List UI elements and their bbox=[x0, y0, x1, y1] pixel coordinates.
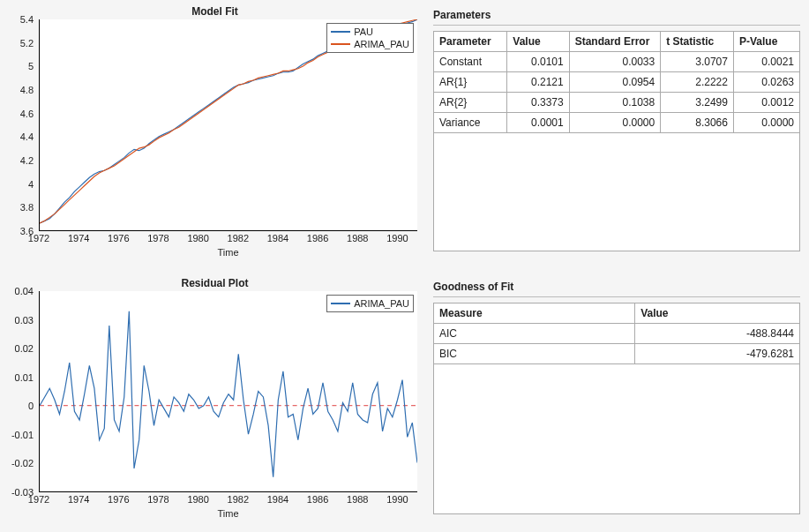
legend-line-icon bbox=[331, 43, 350, 45]
table-row[interactable]: Variance0.00010.00008.30660.0000 bbox=[434, 113, 799, 133]
x-tick-label: 1972 bbox=[28, 494, 49, 505]
model-fit-title: Model Fit bbox=[5, 5, 424, 18]
cell-param: Constant bbox=[434, 52, 507, 72]
x-tick-label: 1986 bbox=[307, 494, 328, 505]
model-fit-plot[interactable]: PAU ARIMA_PAU bbox=[39, 19, 417, 231]
x-tick-label: 1978 bbox=[147, 233, 169, 244]
table-row[interactable]: AR{2}0.33730.10383.24990.0012 bbox=[434, 93, 799, 113]
divider bbox=[433, 296, 800, 297]
parameters-table: Parameter Value Standard Error t Statist… bbox=[434, 32, 799, 133]
y-tick-label: -0.01 bbox=[4, 430, 34, 440]
cell-stderr: 0.0033 bbox=[569, 52, 661, 72]
x-tick-label: 1972 bbox=[28, 233, 49, 244]
cell-param: AR{2} bbox=[434, 93, 507, 113]
cell-tstat: 3.2499 bbox=[661, 93, 734, 113]
goodness-title: Goodness of Fit bbox=[433, 281, 800, 293]
cell-value: 0.2121 bbox=[507, 72, 569, 93]
parameters-panel: Parameters Parameter Value Standard Erro… bbox=[431, 5, 802, 270]
x-axis-ticks: 1972197419761978198019821984198619881990 bbox=[39, 494, 417, 506]
goodness-table-container[interactable]: Measure Value AIC-488.8444BIC-479.6281 bbox=[433, 303, 800, 514]
legend-label: PAU bbox=[354, 26, 373, 38]
y-tick-label: 4.8 bbox=[4, 85, 34, 95]
cell-stderr: 0.1038 bbox=[569, 93, 661, 113]
cell-value: 0.0001 bbox=[507, 113, 569, 133]
goodness-panel: Goodness of Fit Measure Value AIC-488.84… bbox=[431, 277, 802, 527]
parameters-table-container[interactable]: Parameter Value Standard Error t Statist… bbox=[433, 31, 800, 251]
y-tick-label: 0.02 bbox=[4, 343, 34, 354]
y-tick-label: 0.04 bbox=[4, 286, 34, 296]
x-tick-label: 1984 bbox=[267, 233, 288, 244]
cell-pvalue: 0.0263 bbox=[733, 72, 799, 93]
y-axis-ticks: -0.03-0.02-0.0100.010.020.030.04 bbox=[5, 291, 35, 492]
cell-tstat: 3.0707 bbox=[661, 52, 734, 72]
col-header: Standard Error bbox=[569, 32, 661, 52]
x-tick-label: 1980 bbox=[187, 494, 208, 505]
x-tick-label: 1976 bbox=[108, 494, 129, 505]
residual-title: Residual Plot bbox=[5, 277, 424, 289]
y-tick-label: 0 bbox=[4, 401, 34, 411]
cell-measure: AIC bbox=[434, 324, 635, 344]
table-row[interactable]: Constant0.01010.00333.07070.0021 bbox=[434, 52, 799, 72]
residual-plot[interactable]: ARIMA_PAU bbox=[39, 291, 417, 492]
x-tick-label: 1986 bbox=[307, 233, 328, 244]
y-tick-label: -0.02 bbox=[4, 458, 34, 468]
x-tick-label: 1990 bbox=[386, 233, 408, 244]
cell-measure: BIC bbox=[434, 344, 635, 364]
divider bbox=[433, 25, 800, 26]
x-tick-label: 1976 bbox=[108, 233, 129, 244]
residual-panel: Residual Plot ARIMA_PAU -0.03-0.02-0.010… bbox=[5, 277, 424, 527]
x-axis-label: Time bbox=[39, 508, 417, 519]
col-header: Parameter bbox=[434, 32, 507, 52]
legend-label: ARIMA_PAU bbox=[354, 297, 409, 310]
cell-pvalue: 0.0012 bbox=[733, 93, 799, 113]
cell-param: AR{1} bbox=[434, 72, 507, 93]
x-tick-label: 1982 bbox=[228, 494, 249, 505]
app-root: Model Fit PAU ARIMA_PAU 3.63.844.24.44.6… bbox=[0, 0, 809, 532]
cell-tstat: 8.3066 bbox=[661, 113, 734, 133]
col-header: P-Value bbox=[733, 32, 799, 52]
x-tick-label: 1990 bbox=[386, 494, 408, 505]
x-axis-label: Time bbox=[39, 247, 417, 258]
cell-value: -479.6281 bbox=[635, 344, 799, 364]
x-tick-label: 1984 bbox=[267, 494, 288, 505]
table-header-row: Measure Value bbox=[434, 303, 799, 324]
cell-value: 0.3373 bbox=[507, 93, 569, 113]
y-tick-label: 4.4 bbox=[4, 131, 34, 142]
x-tick-label: 1982 bbox=[228, 233, 249, 244]
cell-value: 0.0101 bbox=[507, 52, 569, 72]
x-tick-label: 1988 bbox=[347, 233, 368, 244]
cell-value: -488.8444 bbox=[635, 324, 799, 344]
cell-tstat: 2.2222 bbox=[661, 72, 734, 93]
col-header: Measure bbox=[434, 303, 635, 324]
table-row[interactable]: AR{1}0.21210.09542.22220.0263 bbox=[434, 72, 799, 93]
y-tick-label: 0.01 bbox=[4, 372, 34, 383]
legend-line-icon bbox=[331, 303, 350, 304]
cell-stderr: 0.0954 bbox=[569, 72, 661, 93]
table-row[interactable]: BIC-479.6281 bbox=[434, 344, 799, 364]
y-tick-label: 5.2 bbox=[4, 38, 34, 49]
x-tick-label: 1978 bbox=[147, 494, 169, 505]
model-fit-legend: PAU ARIMA_PAU bbox=[326, 23, 414, 53]
y-tick-label: 3.8 bbox=[4, 202, 34, 213]
parameters-title: Parameters bbox=[433, 9, 800, 21]
legend-label: ARIMA_PAU bbox=[354, 38, 409, 50]
goodness-table: Measure Value AIC-488.8444BIC-479.6281 bbox=[434, 303, 799, 364]
table-header-row: Parameter Value Standard Error t Statist… bbox=[434, 32, 799, 52]
model-fit-panel: Model Fit PAU ARIMA_PAU 3.63.844.24.44.6… bbox=[5, 5, 424, 270]
y-tick-label: 4 bbox=[4, 179, 34, 190]
col-header: Value bbox=[507, 32, 569, 52]
table-row[interactable]: AIC-488.8444 bbox=[434, 324, 799, 344]
col-header: Value bbox=[635, 303, 799, 324]
y-tick-label: 5.4 bbox=[4, 14, 34, 25]
x-tick-label: 1988 bbox=[347, 494, 368, 505]
cell-pvalue: 0.0021 bbox=[733, 52, 799, 72]
legend-line-icon bbox=[331, 31, 350, 33]
y-axis-ticks: 3.63.844.24.44.64.855.25.4 bbox=[5, 19, 35, 231]
residual-legend: ARIMA_PAU bbox=[326, 295, 414, 312]
x-tick-label: 1974 bbox=[68, 233, 89, 244]
col-header: t Statistic bbox=[661, 32, 734, 52]
y-tick-label: 4.2 bbox=[4, 155, 34, 166]
x-tick-label: 1974 bbox=[68, 494, 89, 505]
cell-stderr: 0.0000 bbox=[569, 113, 661, 133]
x-tick-label: 1980 bbox=[187, 233, 208, 244]
